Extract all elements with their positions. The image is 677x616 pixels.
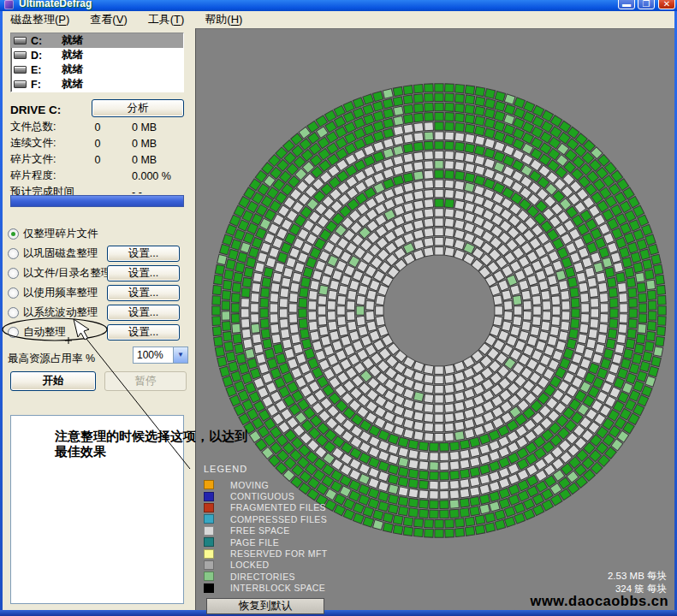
radio-button[interactable] [8,228,19,240]
window-border-left [0,11,3,610]
legend-swatch [204,514,214,524]
progress-bar [10,195,184,207]
drive-row-f[interactable]: F:就绪 [11,77,183,92]
app-icon [4,0,14,9]
legend-row: RESERVED FOR MFT [204,548,328,559]
menu-item-t[interactable]: 工具(T) [148,12,185,27]
window-title: UltimateDefrag [19,0,92,9]
stat-label: 文件总数: [10,120,86,134]
radio-button[interactable] [8,287,19,299]
stat-row: 碎片程度:0.000 % [10,168,187,184]
window-border-bottom [0,610,677,616]
stat-label: 连续文件: [10,136,86,151]
radio-button[interactable] [8,327,19,338]
legend-title: LEGEND [204,464,328,474]
legend-row: LOCKED [204,560,328,571]
analyze-button[interactable]: 分析 [92,99,184,117]
block-info: 2.53 MB 每块 324 簇 每块 [608,570,667,595]
stat-row: 连续文件:00 MB [10,135,187,151]
drive-letter: D: [31,50,62,62]
option-label: 仅整理碎片文件 [23,227,98,241]
menu-item-h[interactable]: 帮助(H) [205,12,242,27]
restore-defaults-button[interactable]: 恢复到默认 [206,598,324,614]
legend-swatch [204,537,214,547]
legend-row: FRAGMENTED FILES [204,502,328,513]
stat-row: 碎片文件:00 MB [10,151,187,168]
option-label: 以巩固磁盘整理 [23,246,98,261]
radio-button[interactable] [8,307,19,318]
legend-row: PAGE FILE [204,536,328,548]
maximize-button[interactable]: ❐ [638,0,655,9]
drive-status: 就绪 [62,77,83,92]
stat-count: 0 [86,138,110,150]
drive-letter: E: [31,64,62,76]
control-panel: C:就绪D:就绪E:就绪F:就绪 DRIVE C: 分析 文件总数:00 MB连… [3,28,195,610]
legend-row: CONTIGUOUS [204,490,328,501]
legend-swatch [204,572,214,581]
legend-swatch [204,492,214,501]
legend-swatch [204,583,214,593]
settings-button-2[interactable]: 设置... [107,265,180,281]
stat-count: 0 [86,154,110,166]
minimize-button[interactable]: ▬ [618,0,635,9]
drive-list[interactable]: C:就绪D:就绪E:就绪F:就绪 [10,33,184,92]
option-label: 自动整理 [23,325,66,340]
stat-value: 0.000 % [110,170,171,182]
legend-swatch [204,503,214,512]
stat-value: 0 MB [110,121,157,133]
resource-usage-label: 最高资源占用率 % [8,352,95,366]
drive-status: 就绪 [62,62,83,77]
legend-label: COMPRESSED FILES [230,514,327,524]
block-size-text: 2.53 MB 每块 [608,570,667,583]
stat-count: 0 [86,121,110,133]
settings-button-3[interactable]: 设置... [107,285,180,301]
drive-status: 就绪 [62,33,83,48]
resource-usage-dropdown[interactable]: 100% ▼ [133,346,188,364]
radio-button[interactable] [8,248,19,259]
drive-icon [14,51,27,59]
menu-item-p[interactable]: 磁盘整理(P) [10,12,69,27]
radio-button[interactable] [8,268,19,279]
close-button[interactable]: ✕ [658,0,675,9]
option-label: 以使用频率整理 [23,286,98,300]
stat-value: 0 MB [110,154,157,166]
drive-status: 就绪 [62,48,83,62]
legend-label: PAGE FILE [230,537,279,548]
legend-row: INTERBLOCK SPACE [204,583,328,594]
option-label: 以文件/目录名整理 [23,266,111,281]
drive-header-label: DRIVE C: [10,104,61,116]
app-window: UltimateDefrag ▬ ❐ ✕ 磁盘整理(P)查看(V)工具(T)帮助… [0,0,677,616]
legend-row: FREE SPACE [204,525,328,536]
option-row-0: 仅整理碎片文件 [8,225,192,243]
settings-button-5[interactable]: 设置... [107,324,180,341]
menu-bar: 磁盘整理(P)查看(V)工具(T)帮助(H) [3,11,674,28]
legend-label: RESERVED FOR MFT [230,548,328,559]
settings-button-4[interactable]: 设置... [107,305,180,321]
drive-row-c[interactable]: C:就绪 [11,33,183,48]
watermark-text: www.daocaobbs.cn [531,593,668,609]
start-button[interactable]: 开始 [10,371,96,391]
legend-swatch [204,549,214,559]
legend-label: INTERBLOCK SPACE [230,583,325,593]
legend-row: MOVING [204,479,328,490]
legend-label: LOCKED [230,560,270,570]
legend-label: MOVING [230,480,269,490]
legend-row: DIRECTORIES [204,571,328,582]
drive-letter: F: [31,79,62,91]
drive-row-e[interactable]: E:就绪 [11,62,183,77]
settings-button-1[interactable]: 设置... [107,246,180,262]
drive-icon [14,80,27,88]
legend-swatch [204,526,214,536]
message-panel [10,415,184,604]
drive-icon [14,66,27,74]
title-bar: UltimateDefrag ▬ ❐ ✕ [0,0,677,11]
option-label: 以系统波动整理 [23,305,98,320]
legend-swatch [204,480,214,489]
legend-label: FRAGMENTED FILES [230,502,326,512]
disk-map-area: LEGEND MOVINGCONTIGUOUSFRAGMENTED FILESC… [195,28,674,610]
chevron-down-icon[interactable]: ▼ [173,347,187,363]
menu-item-v[interactable]: 查看(V) [90,12,127,27]
drive-letter: C: [31,35,62,47]
legend-label: CONTIGUOUS [230,491,294,501]
drive-row-d[interactable]: D:就绪 [11,48,183,62]
